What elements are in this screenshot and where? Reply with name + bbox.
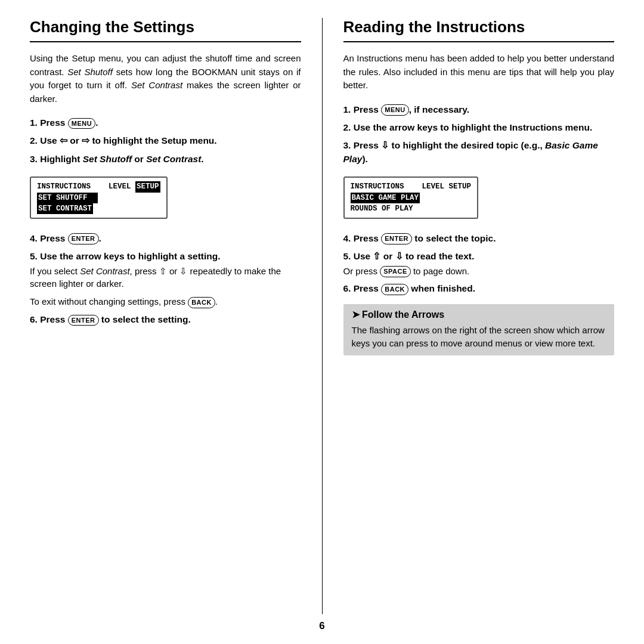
left-title: Changing the Settings <box>30 18 301 36</box>
right-title: Reading the Instructions <box>343 18 615 36</box>
right-step-1: 1. Press MENU, if necessary. <box>343 103 615 116</box>
page-number: 6 <box>24 614 620 632</box>
screen-row-3: SET CONTRAST <box>37 203 160 214</box>
enter-badge-r1: ENTER <box>381 233 412 244</box>
right-column: Reading the Instructions An Instructions… <box>323 18 621 614</box>
r-screen-row-3: ROUNDS OF PLAY <box>351 203 472 214</box>
menu-badge-1: MENU <box>68 118 95 129</box>
right-steps: 1. Press MENU, if necessary. 2. Use the … <box>343 103 615 296</box>
r-screen-row-2: BASIC GAME PLAY <box>351 193 472 203</box>
enter-badge-2: ENTER <box>68 315 99 326</box>
follow-title: ➤ Follow the Arrows <box>352 309 606 320</box>
follow-box: ➤ Follow the Arrows The flashing arrows … <box>343 304 615 355</box>
right-step-3: 3. Press ⇩ to highlight the desired topi… <box>343 139 615 166</box>
right-screen-box: INSTRUCTIONS LEVEL SETUP BASIC GAME PLAY… <box>343 177 479 218</box>
right-step-2: 2. Use the arrow keys to highlight the I… <box>343 121 615 134</box>
enter-badge-1: ENTER <box>68 233 99 244</box>
menu-badge-r1: MENU <box>381 104 408 116</box>
left-step-2: 2. Use ⇦ or ⇨ to highlight the Setup men… <box>30 134 301 147</box>
left-step-5: 5. Use the arrow keys to highlight a set… <box>30 250 301 308</box>
left-divider <box>30 41 301 42</box>
left-column: Changing the Settings Using the Setup me… <box>24 18 323 614</box>
back-badge-r1: BACK <box>381 284 408 295</box>
screen-row-1: INSTRUCTIONS LEVEL SETUP <box>37 181 160 192</box>
right-step-4: 4. Press ENTER to select the topic. <box>343 232 615 245</box>
page: Changing the Settings Using the Setup me… <box>0 0 644 644</box>
right-step-5-note: Or press SPACE to page down. <box>343 265 615 278</box>
left-screen-box: INSTRUCTIONS LEVEL SETUP SET SHUTOFF SET… <box>30 177 168 218</box>
right-divider <box>343 41 615 42</box>
left-steps: 1. Press MENU. 2. Use ⇦ or ⇨ to highligh… <box>30 116 301 326</box>
screen-row-2: SET SHUTOFF <box>37 193 160 203</box>
left-step-5-note2: To exit without changing settings, press… <box>30 295 301 308</box>
back-badge-1: BACK <box>188 297 215 308</box>
left-step-5-note1: If you select Set Contrast, press ⇧ or ⇩… <box>30 265 301 291</box>
space-badge: SPACE <box>380 266 411 277</box>
left-step-1: 1. Press MENU. <box>30 116 301 129</box>
columns: Changing the Settings Using the Setup me… <box>24 18 620 614</box>
left-step-6: 6. Press ENTER to select the setting. <box>30 313 301 326</box>
left-intro: Using the Setup menu, you can adjust the… <box>30 52 301 106</box>
r-screen-row-1: INSTRUCTIONS LEVEL SETUP <box>351 181 472 192</box>
right-screen: INSTRUCTIONS LEVEL SETUP BASIC GAME PLAY… <box>343 171 615 227</box>
right-step-6: 6. Press BACK when finished. <box>343 282 615 295</box>
right-step-5: 5. Use ⇧ or ⇩ to read the text. Or press… <box>343 250 615 277</box>
follow-text: The flashing arrows on the right of the … <box>352 324 606 351</box>
right-intro: An Instructions menu has been added to h… <box>343 52 615 92</box>
left-screen: INSTRUCTIONS LEVEL SETUP SET SHUTOFF SET… <box>30 171 301 227</box>
left-step-4: 4. Press ENTER. <box>30 232 301 245</box>
left-step-3: 3. Highlight Set Shutoff or Set Contrast… <box>30 153 301 166</box>
